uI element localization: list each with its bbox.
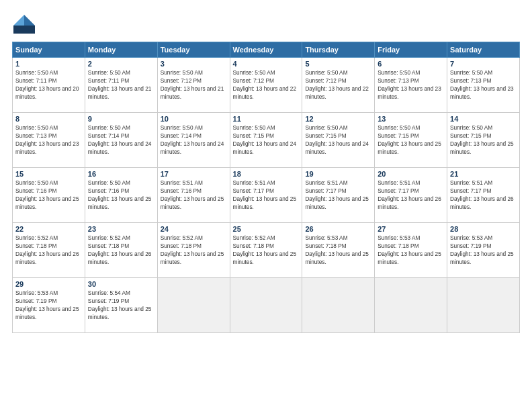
day-number: 28	[450, 225, 517, 233]
calendar-header-sunday: Sunday	[13, 42, 85, 58]
day-cell: 21Sunrise: 5:51 AMSunset: 7:17 PMDayligh…	[447, 168, 520, 223]
week-row-2: 8Sunrise: 5:50 AMSunset: 7:13 PMDaylight…	[13, 113, 520, 168]
day-cell: 8Sunrise: 5:50 AMSunset: 7:13 PMDaylight…	[13, 113, 85, 168]
day-info: Sunrise: 5:50 AMSunset: 7:15 PMDaylight:…	[378, 124, 444, 156]
day-info: Sunrise: 5:51 AMSunset: 7:17 PMDaylight:…	[233, 179, 300, 211]
day-number: 26	[305, 225, 371, 233]
day-cell: 15Sunrise: 5:50 AMSunset: 7:16 PMDayligh…	[13, 168, 85, 223]
day-info: Sunrise: 5:52 AMSunset: 7:18 PMDaylight:…	[88, 234, 154, 266]
calendar-header-tuesday: Tuesday	[157, 42, 230, 58]
day-cell: 27Sunrise: 5:53 AMSunset: 7:18 PMDayligh…	[375, 223, 447, 278]
header	[12, 12, 520, 36]
calendar: SundayMondayTuesdayWednesdayThursdayFrid…	[12, 42, 520, 333]
day-number: 23	[88, 225, 154, 233]
day-number: 24	[161, 225, 227, 233]
day-info: Sunrise: 5:50 AMSunset: 7:16 PMDaylight:…	[15, 179, 82, 211]
day-info: Sunrise: 5:50 AMSunset: 7:12 PMDaylight:…	[233, 68, 300, 101]
day-cell: 25Sunrise: 5:52 AMSunset: 7:18 PMDayligh…	[230, 223, 302, 278]
day-number: 1	[15, 60, 82, 68]
day-cell: 14Sunrise: 5:50 AMSunset: 7:15 PMDayligh…	[447, 113, 520, 168]
day-number: 12	[305, 115, 371, 123]
day-cell: 17Sunrise: 5:51 AMSunset: 7:16 PMDayligh…	[157, 168, 230, 223]
day-info: Sunrise: 5:53 AMSunset: 7:18 PMDaylight:…	[378, 234, 444, 266]
day-cell: 6Sunrise: 5:50 AMSunset: 7:13 PMDaylight…	[375, 58, 447, 113]
day-cell: 30Sunrise: 5:54 AMSunset: 7:19 PMDayligh…	[85, 278, 157, 333]
week-row-1: 1Sunrise: 5:50 AMSunset: 7:11 PMDaylight…	[13, 58, 520, 113]
day-info: Sunrise: 5:51 AMSunset: 7:16 PMDaylight:…	[161, 179, 227, 211]
calendar-header-friday: Friday	[375, 42, 447, 58]
day-number: 13	[378, 115, 444, 123]
calendar-body: 1Sunrise: 5:50 AMSunset: 7:11 PMDaylight…	[13, 58, 520, 333]
day-cell	[157, 278, 230, 333]
day-info: Sunrise: 5:51 AMSunset: 7:17 PMDaylight:…	[378, 179, 444, 211]
page: SundayMondayTuesdayWednesdayThursdayFrid…	[0, 0, 532, 411]
day-info: Sunrise: 5:50 AMSunset: 7:11 PMDaylight:…	[88, 68, 154, 101]
day-info: Sunrise: 5:50 AMSunset: 7:11 PMDaylight:…	[15, 68, 82, 101]
day-number: 8	[15, 115, 82, 123]
week-row-5: 29Sunrise: 5:53 AMSunset: 7:19 PMDayligh…	[13, 278, 520, 333]
day-cell	[447, 278, 520, 333]
day-info: Sunrise: 5:50 AMSunset: 7:16 PMDaylight:…	[88, 179, 154, 211]
day-number: 9	[88, 115, 154, 123]
day-info: Sunrise: 5:53 AMSunset: 7:19 PMDaylight:…	[15, 289, 82, 321]
day-number: 7	[450, 60, 517, 68]
day-number: 18	[233, 170, 300, 178]
day-cell: 23Sunrise: 5:52 AMSunset: 7:18 PMDayligh…	[85, 223, 157, 278]
calendar-header-thursday: Thursday	[302, 42, 375, 58]
day-cell: 5Sunrise: 5:50 AMSunset: 7:12 PMDaylight…	[302, 58, 375, 113]
day-number: 5	[305, 60, 371, 68]
day-info: Sunrise: 5:50 AMSunset: 7:12 PMDaylight:…	[161, 68, 227, 101]
day-info: Sunrise: 5:50 AMSunset: 7:13 PMDaylight:…	[378, 68, 444, 101]
day-number: 27	[378, 225, 444, 233]
week-row-4: 22Sunrise: 5:52 AMSunset: 7:18 PMDayligh…	[13, 223, 520, 278]
day-info: Sunrise: 5:52 AMSunset: 7:18 PMDaylight:…	[15, 234, 82, 266]
day-info: Sunrise: 5:53 AMSunset: 7:19 PMDaylight:…	[450, 234, 517, 266]
day-cell: 10Sunrise: 5:50 AMSunset: 7:14 PMDayligh…	[157, 113, 230, 168]
day-info: Sunrise: 5:54 AMSunset: 7:19 PMDaylight:…	[88, 289, 154, 321]
day-number: 19	[305, 170, 371, 178]
day-cell: 7Sunrise: 5:50 AMSunset: 7:13 PMDaylight…	[447, 58, 520, 113]
day-cell: 24Sunrise: 5:52 AMSunset: 7:18 PMDayligh…	[157, 223, 230, 278]
day-info: Sunrise: 5:51 AMSunset: 7:17 PMDaylight:…	[450, 179, 517, 211]
day-cell: 12Sunrise: 5:50 AMSunset: 7:15 PMDayligh…	[302, 113, 375, 168]
day-cell	[302, 278, 375, 333]
logo	[12, 12, 39, 36]
day-number: 30	[88, 280, 154, 288]
day-info: Sunrise: 5:53 AMSunset: 7:18 PMDaylight:…	[305, 234, 371, 266]
day-cell: 26Sunrise: 5:53 AMSunset: 7:18 PMDayligh…	[302, 223, 375, 278]
day-cell: 19Sunrise: 5:51 AMSunset: 7:17 PMDayligh…	[302, 168, 375, 223]
day-cell: 13Sunrise: 5:50 AMSunset: 7:15 PMDayligh…	[375, 113, 447, 168]
day-info: Sunrise: 5:50 AMSunset: 7:12 PMDaylight:…	[305, 68, 371, 101]
day-info: Sunrise: 5:50 AMSunset: 7:14 PMDaylight:…	[161, 124, 227, 156]
day-cell: 18Sunrise: 5:51 AMSunset: 7:17 PMDayligh…	[230, 168, 302, 223]
day-number: 15	[15, 170, 82, 178]
day-number: 20	[378, 170, 444, 178]
calendar-header-row: SundayMondayTuesdayWednesdayThursdayFrid…	[13, 42, 520, 58]
day-cell: 9Sunrise: 5:50 AMSunset: 7:14 PMDaylight…	[85, 113, 157, 168]
day-number: 25	[233, 225, 300, 233]
day-number: 4	[233, 60, 300, 68]
day-cell: 1Sunrise: 5:50 AMSunset: 7:11 PMDaylight…	[13, 58, 85, 113]
day-cell: 16Sunrise: 5:50 AMSunset: 7:16 PMDayligh…	[85, 168, 157, 223]
day-cell: 28Sunrise: 5:53 AMSunset: 7:19 PMDayligh…	[447, 223, 520, 278]
day-number: 6	[378, 60, 444, 68]
day-number: 22	[15, 225, 82, 233]
svg-rect-3	[13, 26, 35, 34]
day-cell	[230, 278, 302, 333]
logo-icon	[12, 12, 36, 36]
day-number: 21	[450, 170, 517, 178]
calendar-header-monday: Monday	[85, 42, 157, 58]
day-cell: 20Sunrise: 5:51 AMSunset: 7:17 PMDayligh…	[375, 168, 447, 223]
day-number: 16	[88, 170, 154, 178]
day-info: Sunrise: 5:50 AMSunset: 7:15 PMDaylight:…	[233, 124, 300, 156]
day-cell: 2Sunrise: 5:50 AMSunset: 7:11 PMDaylight…	[85, 58, 157, 113]
day-cell: 3Sunrise: 5:50 AMSunset: 7:12 PMDaylight…	[157, 58, 230, 113]
day-number: 17	[161, 170, 227, 178]
day-info: Sunrise: 5:52 AMSunset: 7:18 PMDaylight:…	[233, 234, 300, 266]
day-cell: 4Sunrise: 5:50 AMSunset: 7:12 PMDaylight…	[230, 58, 302, 113]
day-info: Sunrise: 5:50 AMSunset: 7:13 PMDaylight:…	[15, 124, 82, 156]
day-info: Sunrise: 5:52 AMSunset: 7:18 PMDaylight:…	[161, 234, 227, 266]
day-cell: 29Sunrise: 5:53 AMSunset: 7:19 PMDayligh…	[13, 278, 85, 333]
day-cell: 11Sunrise: 5:50 AMSunset: 7:15 PMDayligh…	[230, 113, 302, 168]
day-cell	[375, 278, 447, 333]
